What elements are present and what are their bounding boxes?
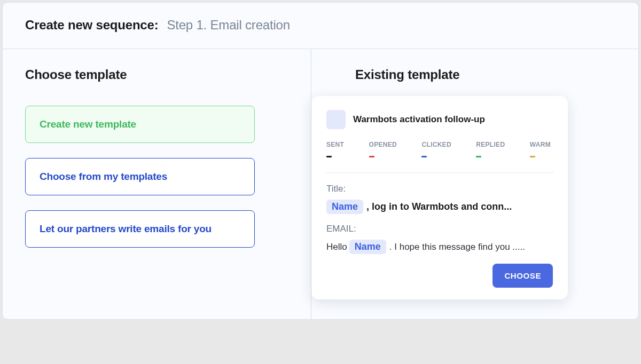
choose-template-heading: Choose template [25,67,291,82]
stat-clicked: CLICKED [421,141,451,157]
merge-tag-name[interactable]: Name [326,200,363,214]
option-label: Create new template [40,118,136,130]
merge-tag-name[interactable]: Name [349,240,386,254]
template-email-line: Hello Name . I hope this message find yo… [326,240,553,254]
stat-dash-icon [326,156,332,157]
choose-from-my-templates-option[interactable]: Choose from my templates [25,158,255,195]
stat-opened: OPENED [369,141,397,157]
stat-dash-icon [421,156,427,157]
wizard-title: Create new sequence: [25,18,158,33]
email-rest: . I hope this message find you ..... [389,242,525,252]
title-text: , log in to Warmbots and conn... [366,201,512,212]
template-preview-card: Warmbots activation follow-up SENT OPENE… [311,96,568,299]
stat-dash-icon [530,156,535,157]
choose-template-panel: Choose template Create new template Choo… [3,49,311,319]
create-new-template-option[interactable]: Create new template [25,106,255,143]
stat-replied: REPLIED [476,141,505,157]
option-label: Choose from my templates [40,171,167,183]
divider [325,172,554,173]
stat-sent: SENT [326,141,344,157]
partners-write-emails-option[interactable]: Let our partners write emails for you [25,210,255,248]
template-stats-row: SENT OPENED CLICKED REPLIED [326,141,553,157]
stat-label: OPENED [369,141,397,148]
wizard-header: Create new sequence: Step 1. Email creat… [3,3,638,49]
stat-label: WARM [530,141,551,148]
stat-dash-icon [369,156,374,157]
wizard-step: Step 1. Email creation [167,18,290,33]
existing-template-heading: Existing template [355,67,618,82]
template-title-line: Name , log in to Warmbots and conn... [326,200,553,214]
email-prefix: Hello [326,242,347,252]
template-name: Warmbots activation follow-up [353,114,485,125]
email-label: EMAIL: [326,224,553,234]
template-card-header: Warmbots activation follow-up [326,110,553,129]
stat-label: REPLIED [476,141,505,148]
stat-warm: WARM [530,141,551,157]
choose-template-button[interactable]: CHOOSE [493,264,553,288]
stat-dash-icon [476,156,481,157]
template-thumbnail-icon [326,110,346,129]
sequence-wizard-card: Create new sequence: Step 1. Email creat… [2,2,639,320]
stat-label: SENT [326,141,344,148]
stat-label: CLICKED [421,141,451,148]
title-label: Title: [326,184,553,194]
option-label: Let our partners write emails for you [40,223,212,235]
existing-template-panel: Existing template Warmbots activation fo… [311,49,638,319]
wizard-body: Choose template Create new template Choo… [3,49,638,319]
choose-row: CHOOSE [326,264,553,288]
